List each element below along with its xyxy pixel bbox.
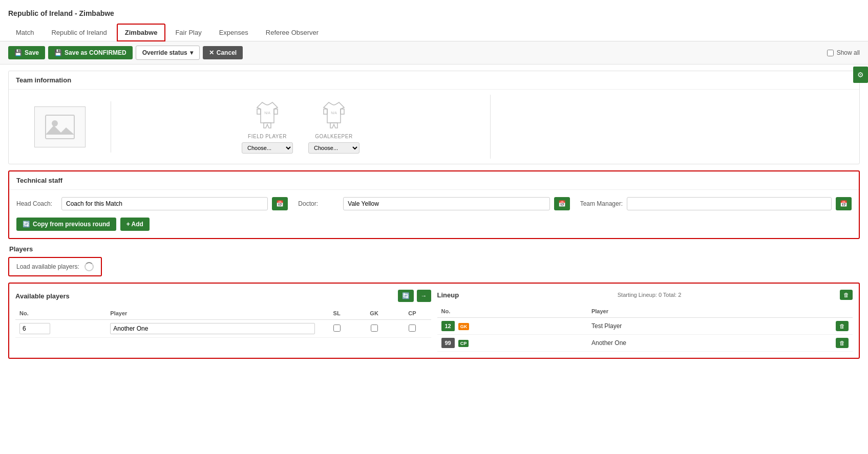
delete-player-button[interactable]: 🗑 xyxy=(836,321,849,331)
player-number-badge: 99 xyxy=(441,338,455,348)
lineup-player-name: Another One xyxy=(587,335,766,352)
save-icon: 💾 xyxy=(14,49,22,56)
total-count: 2 xyxy=(678,292,681,298)
player-name-input[interactable] xyxy=(110,323,314,334)
svg-point-1 xyxy=(52,120,58,126)
svg-rect-0 xyxy=(46,115,74,139)
team-logo-box xyxy=(9,101,111,153)
staff-body: Head Coach: 📅 Doctor: 📅 Team Manager: 📅 xyxy=(9,190,859,238)
tab-republic[interactable]: Republic of Ireland xyxy=(44,24,114,40)
col-gk-header: GK xyxy=(355,307,394,320)
tab-expenses[interactable]: Expenses xyxy=(211,24,256,40)
available-players-header: Available players 🔄 → xyxy=(15,290,431,302)
show-all-label: Show all xyxy=(837,49,860,56)
field-player-kit: N/A FIELD PLAYER Choose... xyxy=(242,100,293,154)
head-coach-input[interactable] xyxy=(61,197,268,210)
team-manager-field: Team Manager: 📅 xyxy=(580,197,852,210)
cancel-button[interactable]: ✕ Cancel xyxy=(203,46,243,59)
gk-checkbox[interactable] xyxy=(371,325,378,332)
available-players-title: Available players xyxy=(15,292,70,300)
gear-button[interactable]: ⚙ xyxy=(853,67,868,83)
staff-title: Technical staff xyxy=(9,171,859,190)
gk-badge: GK xyxy=(458,323,470,330)
svg-text:N/A: N/A xyxy=(264,111,270,115)
head-coach-calendar-button[interactable]: 📅 xyxy=(272,197,288,210)
col-cp-header: CP xyxy=(393,307,431,320)
cancel-x-icon: ✕ xyxy=(209,49,214,56)
copy-from-previous-button[interactable]: 🔄 Copy from previous round xyxy=(16,218,116,231)
lineup-col-no-header: No. xyxy=(437,305,587,318)
toolbar: 💾 Save 💾 Save as CONFIRMED Override stat… xyxy=(0,41,868,64)
save-button[interactable]: 💾 Save xyxy=(8,46,45,59)
tab-fairplay[interactable]: Fair Play xyxy=(167,24,209,40)
team-manager-input[interactable] xyxy=(627,197,832,210)
col-sl-header: SL xyxy=(319,307,355,320)
head-coach-label: Head Coach: xyxy=(16,200,57,207)
chevron-down-icon: ▾ xyxy=(190,49,193,56)
load-players-bar: Load available players: xyxy=(8,257,102,276)
doctor-input[interactable] xyxy=(343,197,549,210)
svg-text:N/A: N/A xyxy=(331,111,337,115)
col-player-header: Player xyxy=(106,307,319,320)
field-player-label: FIELD PLAYER xyxy=(248,134,287,139)
player-number-input[interactable] xyxy=(19,323,50,334)
col-no-header: No. xyxy=(15,307,106,320)
doctor-calendar-button[interactable]: 📅 xyxy=(554,197,570,210)
player-number-badge: 12 xyxy=(441,321,455,331)
tab-match[interactable]: Match xyxy=(8,24,41,40)
team-manager-calendar-button[interactable]: 📅 xyxy=(836,197,852,210)
copy-icon: 🔄 xyxy=(23,221,30,228)
lineup-col-player-header: Player xyxy=(587,305,766,318)
loading-spinner-icon xyxy=(84,262,94,271)
team-logo-placeholder xyxy=(34,106,86,147)
table-row: 12 GK Test Player 🗑 xyxy=(437,318,853,335)
team-manager-label: Team Manager: xyxy=(580,200,623,207)
head-coach-field: Head Coach: 📅 xyxy=(16,197,288,210)
refresh-available-button[interactable]: 🔄 xyxy=(398,290,414,302)
starting-lineup-count: 0 xyxy=(659,292,662,298)
image-placeholder-icon xyxy=(45,112,75,142)
available-players-table: No. Player SL GK CP xyxy=(15,307,431,338)
cancel-label: Cancel xyxy=(217,49,237,56)
tabs-bar: Match Republic of Ireland Zimbabwe Fair … xyxy=(0,24,868,41)
save-confirmed-label: Save as CONFIRMED xyxy=(65,49,126,56)
team-info-body: N/A FIELD PLAYER Choose... xyxy=(9,90,859,164)
override-button[interactable]: Override status ▾ xyxy=(136,46,200,60)
goalkeeper-select[interactable]: Choose... xyxy=(308,142,359,154)
team-information-section: Team information N/A xyxy=(8,71,860,164)
goalkeeper-kit: N/A GOALKEEPER Choose... xyxy=(308,100,359,154)
lineup-info: Starting Lineup: 0 Total: 2 xyxy=(618,292,682,298)
tab-zimbabwe[interactable]: Zimbabwe xyxy=(117,24,166,41)
show-all-checkbox[interactable] xyxy=(827,50,834,56)
available-players-panel: Available players 🔄 → No. Player SL xyxy=(15,290,431,352)
lineup-delete-all-button[interactable]: 🗑 xyxy=(840,290,853,300)
lineup-col-actions-header xyxy=(766,305,853,318)
available-players-actions: 🔄 → xyxy=(398,290,431,302)
players-section: Players Load available players: Availabl… xyxy=(8,245,860,359)
delete-player-button[interactable]: 🗑 xyxy=(836,338,849,348)
cp-badge: CP xyxy=(458,340,469,347)
copy-label: Copy from previous round xyxy=(33,221,110,228)
cp-checkbox[interactable] xyxy=(409,325,416,332)
doctor-label: Doctor: xyxy=(298,200,339,207)
add-label: + Add xyxy=(126,221,143,228)
load-players-label: Load available players: xyxy=(16,263,79,270)
lineup-title: Lineup xyxy=(437,291,459,299)
goalkeeper-kit-icon: N/A xyxy=(321,100,347,131)
staff-fields: Head Coach: 📅 Doctor: 📅 Team Manager: 📅 xyxy=(16,197,852,210)
save-confirmed-button[interactable]: 💾 Save as CONFIRMED xyxy=(48,46,133,59)
table-row: 99 CP Another One 🗑 xyxy=(437,335,853,352)
lineup-player-name: Test Player xyxy=(587,318,766,335)
field-player-select[interactable]: Choose... xyxy=(242,142,293,154)
kit-area: N/A FIELD PLAYER Choose... xyxy=(111,95,491,159)
page-title: Republic of Ireland - Zimbabwe xyxy=(8,9,860,17)
doctor-field: Doctor: 📅 xyxy=(298,197,569,210)
extra-area xyxy=(491,122,859,132)
tab-referee[interactable]: Referee Observer xyxy=(258,24,326,40)
override-label: Override status xyxy=(142,49,187,56)
toolbar-right: Show all xyxy=(827,49,860,56)
staff-actions: 🔄 Copy from previous round + Add xyxy=(16,218,852,231)
add-staff-button[interactable]: + Add xyxy=(120,218,150,231)
sl-checkbox[interactable] xyxy=(333,325,341,332)
move-to-lineup-button[interactable]: → xyxy=(417,290,431,302)
